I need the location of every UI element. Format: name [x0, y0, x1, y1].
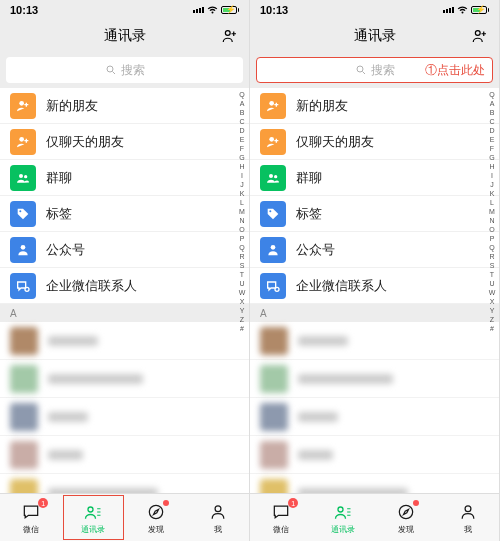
index-letter[interactable]: C — [487, 117, 497, 126]
contact-row[interactable] — [250, 436, 499, 474]
tab-me[interactable]: 我 — [437, 494, 499, 541]
contacts-list[interactable]: 新的朋友 仅聊天的朋友 群聊 标签 公众号 企业微信联系人 A — [0, 88, 249, 493]
contact-row[interactable] — [0, 436, 249, 474]
index-letter[interactable]: A — [487, 99, 497, 108]
index-letter[interactable]: F — [237, 144, 247, 153]
contact-row[interactable] — [0, 398, 249, 436]
index-letter[interactable]: O — [487, 225, 497, 234]
dot-badge — [413, 500, 419, 506]
index-letter[interactable]: W — [237, 288, 247, 297]
row-group-chat[interactable]: 群聊 — [0, 160, 249, 196]
index-letter[interactable]: E — [237, 135, 247, 144]
row-group-chat[interactable]: 群聊 — [250, 160, 499, 196]
row-chat-only-friends[interactable]: 仅聊天的朋友 — [250, 124, 499, 160]
index-letter[interactable]: Q — [487, 90, 497, 99]
index-letter[interactable]: Q — [487, 243, 497, 252]
index-letter[interactable]: W — [487, 288, 497, 297]
index-letter[interactable]: U — [237, 279, 247, 288]
contact-row[interactable] — [250, 360, 499, 398]
index-letter[interactable]: F — [487, 144, 497, 153]
index-letter[interactable]: K — [237, 189, 247, 198]
index-letter[interactable]: X — [237, 297, 247, 306]
avatar — [260, 365, 288, 393]
person-plus-icon — [10, 129, 36, 155]
add-contact-icon[interactable] — [221, 27, 239, 45]
index-letter[interactable]: S — [487, 261, 497, 270]
contact-row[interactable] — [250, 322, 499, 360]
index-letter[interactable]: Z — [487, 315, 497, 324]
tab-me[interactable]: 我 — [187, 494, 249, 541]
contact-row[interactable] — [250, 398, 499, 436]
row-wecom-contacts[interactable]: 企业微信联系人 — [0, 268, 249, 304]
index-letter[interactable]: A — [237, 99, 247, 108]
index-letter[interactable]: # — [237, 324, 247, 333]
index-letter[interactable]: T — [487, 270, 497, 279]
index-letter[interactable]: T — [237, 270, 247, 279]
index-letter[interactable]: Z — [237, 315, 247, 324]
index-letter[interactable]: U — [487, 279, 497, 288]
index-letter[interactable]: L — [237, 198, 247, 207]
contact-row[interactable] — [0, 322, 249, 360]
row-tags[interactable]: 标签 — [250, 196, 499, 232]
tab-discover[interactable]: 发现 — [375, 494, 437, 541]
tab-wechat[interactable]: 1 微信 — [0, 494, 62, 541]
index-letter[interactable]: P — [487, 234, 497, 243]
alphabet-index[interactable]: QABCDEFGHIJKLMNOPQRSTUWXYZ# — [487, 90, 497, 491]
index-letter[interactable]: O — [237, 225, 247, 234]
index-letter[interactable]: S — [237, 261, 247, 270]
index-letter[interactable]: G — [237, 153, 247, 162]
status-bar: 10:13 ⚡ — [0, 0, 249, 20]
contacts-list[interactable]: 新的朋友 仅聊天的朋友 群聊 标签 公众号 企业微信联系人 A — [250, 88, 499, 493]
index-letter[interactable]: M — [237, 207, 247, 216]
index-letter[interactable]: Y — [487, 306, 497, 315]
svg-point-2 — [19, 101, 24, 106]
index-letter[interactable]: D — [487, 126, 497, 135]
index-letter[interactable]: B — [487, 108, 497, 117]
index-letter[interactable]: C — [237, 117, 247, 126]
tab-wechat[interactable]: 1 微信 — [250, 494, 312, 541]
index-letter[interactable]: J — [487, 180, 497, 189]
index-letter[interactable]: B — [237, 108, 247, 117]
search-input[interactable]: 搜索 — [6, 57, 243, 83]
row-wecom-contacts[interactable]: 企业微信联系人 — [250, 268, 499, 304]
row-tags[interactable]: 标签 — [0, 196, 249, 232]
index-letter[interactable]: J — [237, 180, 247, 189]
row-new-friends[interactable]: 新的朋友 — [0, 88, 249, 124]
index-letter[interactable]: L — [487, 198, 497, 207]
index-letter[interactable]: H — [237, 162, 247, 171]
tag-icon — [10, 201, 36, 227]
tag-icon — [260, 201, 286, 227]
row-official-accounts[interactable]: 公众号 — [250, 232, 499, 268]
index-letter[interactable]: N — [237, 216, 247, 225]
index-letter[interactable]: E — [487, 135, 497, 144]
index-letter[interactable]: N — [487, 216, 497, 225]
index-letter[interactable]: X — [487, 297, 497, 306]
add-contact-icon[interactable] — [471, 27, 489, 45]
contact-row[interactable] — [0, 474, 249, 493]
index-letter[interactable]: D — [237, 126, 247, 135]
contact-row[interactable] — [0, 360, 249, 398]
index-letter[interactable]: Y — [237, 306, 247, 315]
row-official-accounts[interactable]: 公众号 — [0, 232, 249, 268]
index-letter[interactable]: G — [487, 153, 497, 162]
alphabet-index[interactable]: QABCDEFGHIJKLMNOPQRSTUWXYZ# — [237, 90, 247, 491]
index-letter[interactable]: H — [487, 162, 497, 171]
tab-discover[interactable]: 发现 — [125, 494, 187, 541]
index-letter[interactable]: K — [487, 189, 497, 198]
tab-contacts[interactable]: 通讯录 — [312, 494, 374, 541]
index-letter[interactable]: Q — [237, 243, 247, 252]
row-label: 新的朋友 — [296, 97, 348, 115]
index-letter[interactable]: M — [487, 207, 497, 216]
index-letter[interactable]: I — [237, 171, 247, 180]
index-letter[interactable]: R — [237, 252, 247, 261]
index-letter[interactable]: # — [487, 324, 497, 333]
contact-row[interactable] — [250, 474, 499, 493]
tab-label: 微信 — [273, 524, 289, 535]
row-chat-only-friends[interactable]: 仅聊天的朋友 — [0, 124, 249, 160]
index-letter[interactable]: P — [237, 234, 247, 243]
tab-contacts[interactable]: 通讯录 — [62, 494, 124, 541]
index-letter[interactable]: R — [487, 252, 497, 261]
index-letter[interactable]: I — [487, 171, 497, 180]
row-new-friends[interactable]: 新的朋友 — [250, 88, 499, 124]
index-letter[interactable]: Q — [237, 90, 247, 99]
